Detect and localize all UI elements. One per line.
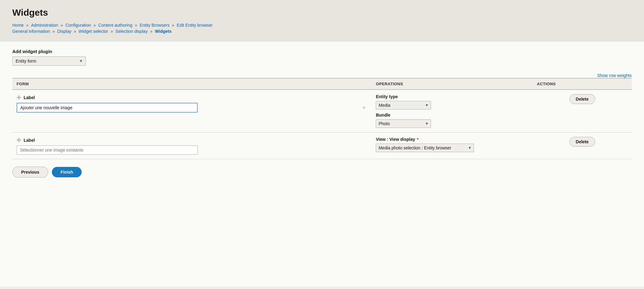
required-indicator: *	[417, 137, 418, 142]
row1-entity-type-select[interactable]: Media Node User	[376, 101, 431, 110]
breadcrumb-edit-entity-browser[interactable]: Edit Entity browser	[177, 23, 213, 28]
table-row: ✛ Label View : View display * Media	[12, 133, 632, 159]
table-header-row: FORM OPERATIONS ACTIONS	[12, 78, 632, 90]
previous-button[interactable]: Previous	[12, 167, 48, 178]
breadcrumb-display[interactable]: Display	[57, 29, 72, 34]
breadcrumb-configuration[interactable]: Configuration	[65, 23, 91, 28]
breadcrumb-entity-browsers[interactable]: Entity Browsers	[140, 23, 169, 28]
row1-form-col: ✛ Label ✛	[12, 90, 371, 133]
form-actions: Previous Finish	[12, 167, 632, 178]
add-widget-label: Add widget plugin	[12, 49, 632, 54]
row1-bundle-select[interactable]: Photo Image Video	[376, 119, 431, 128]
breadcrumb-content-authoring[interactable]: Content authoring	[98, 23, 132, 28]
col-header-form: FORM	[12, 78, 371, 90]
table-row: ✛ Label ✛ Entity type	[12, 90, 632, 133]
row1-entity-type-label: Entity type	[376, 94, 528, 99]
breadcrumb-line1: Home » Administration » Configuration » …	[12, 23, 632, 28]
row1-label-header: ✛ Label	[17, 94, 367, 101]
row2-actions-col: Delete	[533, 133, 632, 159]
row1-resize-handle: ✛	[363, 106, 365, 110]
page-wrapper: Widgets Home » Administration » Configur…	[0, 0, 644, 289]
main-content: Add widget plugin Entity form View Uploa…	[0, 41, 644, 287]
finish-button[interactable]: Finish	[52, 167, 82, 177]
row2-label-text: Label	[24, 138, 35, 143]
breadcrumb-general-info[interactable]: General information	[12, 29, 50, 34]
row1-actions-col: Delete	[533, 90, 632, 133]
row1-label-input[interactable]	[17, 103, 198, 113]
breadcrumb-selection-display[interactable]: Selection display	[115, 29, 148, 34]
row1-drag-handle[interactable]: ✛	[17, 94, 21, 101]
col-header-actions: ACTIONS	[533, 78, 632, 90]
row1-entity-type-select-wrapper: Media Node User ▼	[376, 101, 431, 110]
add-widget-select-wrapper: Entity form View Upload ▼	[12, 56, 86, 66]
breadcrumb-administration[interactable]: Administration	[31, 23, 58, 28]
row2-view-select-wrapper: Media photo selection : Entity browser ▼	[376, 144, 474, 152]
breadcrumb-home[interactable]: Home	[12, 23, 24, 28]
row1-bundle-label: Bundle	[376, 113, 528, 118]
row2-label-header: ✛ Label	[17, 137, 367, 144]
breadcrumb-widget-selector[interactable]: Widget selector	[79, 29, 108, 34]
row2-drag-handle[interactable]: ✛	[17, 137, 21, 144]
row1-label-col: ✛ Label ✛	[17, 94, 367, 113]
row1-delete-button[interactable]: Delete	[569, 94, 595, 104]
row2-operations-col: View : View display * Media photo select…	[371, 133, 533, 159]
row1-input-container: ✛	[17, 103, 367, 113]
header-section: Widgets Home » Administration » Configur…	[0, 0, 644, 41]
row2-view-select[interactable]: Media photo selection : Entity browser	[376, 144, 474, 152]
row2-delete-button[interactable]: Delete	[569, 137, 595, 147]
row1-label-text: Label	[24, 95, 35, 100]
show-row-weights-link[interactable]: Show row weights	[597, 73, 632, 78]
breadcrumb-line2: General information » Display » Widget s…	[12, 29, 632, 34]
row2-view-label: View : View display *	[376, 137, 528, 142]
row2-label-col: ✛ Label	[17, 137, 367, 155]
row1-bundle-select-wrapper: Photo Image Video ▼	[376, 119, 431, 128]
page-title: Widgets	[12, 7, 632, 18]
add-widget-select[interactable]: Entity form View Upload	[12, 56, 86, 66]
row2-label-input[interactable]	[17, 145, 198, 155]
widgets-table: FORM OPERATIONS ACTIONS ✛ Label	[12, 78, 632, 159]
row1-operations-col: Entity type Media Node User ▼ Bundle	[371, 90, 533, 133]
col-header-operations: OPERATIONS	[371, 78, 533, 90]
show-row-weights-container: Show row weights	[12, 73, 632, 78]
row2-form-col: ✛ Label	[12, 133, 371, 159]
breadcrumb-widgets-current: Widgets	[155, 29, 172, 34]
